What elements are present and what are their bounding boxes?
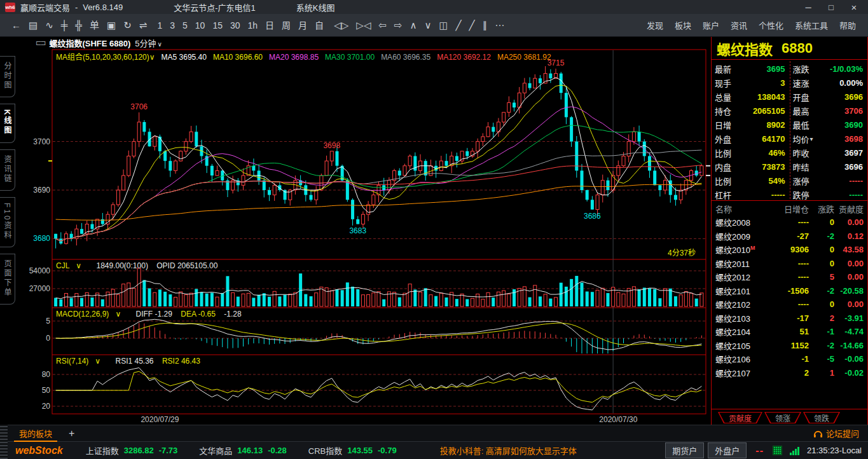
- menu-帮助[interactable]: 帮助: [834, 19, 862, 31]
- contract-row-螺纹2011[interactable]: 螺纹2011----00.00: [712, 257, 867, 271]
- zoom-in-icon[interactable]: ▷◁: [352, 15, 375, 36]
- panel-tab-领涨[interactable]: 领涨: [764, 412, 801, 423]
- timeshare-chart-icon[interactable]: ∿: [41, 15, 57, 36]
- index-文华商品[interactable]: 文华商品146.13-0.28: [199, 444, 286, 456]
- quote-list-icon[interactable]: ▤: [25, 15, 41, 36]
- index-CRB指数[interactable]: CRB指数143.55-0.79: [308, 444, 397, 456]
- svg-text:3683: 3683: [349, 226, 366, 235]
- quote-cell-速涨: 速涨0.00%: [790, 77, 868, 89]
- contract-row-螺纹2101[interactable]: 螺纹2101-1506-2-20.58: [712, 284, 867, 298]
- close-button[interactable]: ×: [845, 2, 863, 13]
- contract-row-螺纹2010[interactable]: 螺纹2010M9306043.58: [712, 243, 867, 257]
- contract-row-螺纹2009[interactable]: 螺纹2009-27-20.12: [712, 230, 867, 243]
- panel-layout-icon[interactable]: ◫: [435, 15, 451, 36]
- forum-link[interactable]: 论坛提问: [813, 427, 859, 439]
- account-button-外盘户[interactable]: 外盘户: [708, 442, 747, 458]
- period-selector[interactable]: 5分钟∨: [135, 37, 162, 49]
- contract-row-螺纹2104[interactable]: 螺纹210451-1-4.74: [712, 325, 867, 339]
- sidebar-tab-页面下单[interactable]: 页面下单: [0, 254, 15, 305]
- parallel-lines-icon[interactable]: ∥: [479, 15, 492, 36]
- more-tools-icon[interactable]: ⋯: [491, 15, 508, 36]
- segment-tool-icon[interactable]: ╱: [465, 15, 479, 36]
- svg-text:3706: 3706: [130, 102, 148, 111]
- contract-row-螺纹2106[interactable]: 螺纹2106-1-5-0.06: [712, 352, 867, 366]
- menu-资讯[interactable]: 资讯: [725, 19, 753, 31]
- sidebar-tab-K线图[interactable]: K线图: [0, 104, 15, 143]
- period-button-30[interactable]: 30: [226, 15, 244, 36]
- back-icon[interactable]: ←: [8, 15, 25, 36]
- menu-个性化[interactable]: 个性化: [753, 19, 789, 31]
- add-board-button[interactable]: +: [65, 428, 78, 439]
- quote-cell-现手: 现手3: [712, 77, 790, 89]
- scale-down-icon[interactable]: ∨: [420, 15, 435, 36]
- link-icon[interactable]: ⊏⊐: [36, 39, 45, 47]
- period-button-10[interactable]: 10: [191, 15, 209, 36]
- signal-strength-icon: [790, 446, 799, 455]
- education-tip[interactable]: 投教小科普: 高清屏如何放大显示字体: [440, 444, 577, 456]
- period-button-1h[interactable]: 1h: [244, 15, 262, 36]
- menu-发现[interactable]: 发现: [641, 19, 669, 31]
- index-上证指数[interactable]: 上证指数3286.82-7.73: [86, 444, 178, 456]
- restore-button[interactable]: □: [822, 3, 840, 12]
- zoom-out-icon[interactable]: ◁▷: [330, 15, 352, 36]
- contracts-table-header: 名称日增仓涨跌贡献度: [712, 202, 867, 216]
- multi-kline-icon[interactable]: ╬: [71, 15, 86, 36]
- trendline-tool-icon[interactable]: ╱: [452, 15, 465, 36]
- svg-text:54000: 54000: [29, 266, 51, 275]
- chart-restore-icon[interactable]: ⇌: [135, 15, 151, 36]
- svg-text:50: 50: [42, 386, 51, 395]
- menu-系统工具[interactable]: 系统工具: [789, 19, 834, 31]
- quote-cell-比例: 比例54%: [712, 175, 790, 187]
- save-icon[interactable]: ▣: [103, 15, 120, 36]
- chart-title-bar: ⊏⊐ 螺纹指数(SHFE 6880) 5分钟∨: [19, 37, 711, 49]
- period-button-15[interactable]: 15: [209, 15, 226, 36]
- contract-row-螺纹2012[interactable]: 螺纹2012----50.00: [712, 270, 867, 284]
- pan-left-icon[interactable]: ⇦: [375, 15, 390, 36]
- sidebar-tab-资讯链[interactable]: 资讯链: [0, 149, 15, 191]
- svg-text:3686: 3686: [584, 212, 601, 221]
- quote-row: 总量138043开盘3696: [712, 90, 867, 104]
- pan-right-icon[interactable]: ⇨: [390, 15, 406, 36]
- menu-板块[interactable]: 板块: [669, 19, 697, 31]
- period-button-1[interactable]: 1: [153, 15, 166, 36]
- quote-cell-杠杆: 杠杆-----: [712, 189, 790, 201]
- candlestick-chart[interactable]: 3700369036805400027000508050203706369836…: [19, 49, 711, 425]
- account-button-期货户[interactable]: 期货户: [665, 442, 704, 458]
- contract-row-螺纹2103[interactable]: 螺纹2103-172-3.91: [712, 312, 867, 325]
- period-button-月[interactable]: 月: [294, 15, 311, 36]
- contract-row-螺纹2107[interactable]: 螺纹210721-0.02: [712, 366, 867, 380]
- quote-row: 持仓2065105最高3706: [712, 104, 867, 118]
- contract-row-螺纹2102[interactable]: 螺纹2102----00.00: [712, 298, 867, 312]
- menu-账户[interactable]: 账户: [697, 19, 725, 31]
- period-button-自[interactable]: 自: [311, 15, 327, 36]
- svg-text:0: 0: [46, 334, 50, 343]
- period-button-周[interactable]: 周: [278, 15, 294, 36]
- sidebar-tab-F10资料[interactable]: F10资料: [0, 197, 15, 248]
- quote-cell-涨停: 涨停-----: [790, 175, 868, 187]
- period-button-5[interactable]: 5: [179, 15, 191, 36]
- order-ticket-icon[interactable]: 单: [86, 15, 103, 36]
- svg-text:3698: 3698: [323, 141, 340, 150]
- scale-up-icon[interactable]: ∧: [406, 15, 420, 36]
- quote-grid: 最新3695涨跌-1/0.03%现手3速涨0.00%总量138043开盘3696…: [712, 60, 867, 201]
- refresh-icon[interactable]: ↻: [120, 15, 135, 36]
- current-view-name: 系统K线图: [296, 1, 335, 13]
- sidebar-tab-分时图[interactable]: 分时图: [0, 56, 15, 97]
- period-button-3[interactable]: 3: [166, 15, 179, 36]
- period-button-日[interactable]: 日: [261, 15, 278, 36]
- contract-row-螺纹2105[interactable]: 螺纹21051152-2-14.66: [712, 339, 867, 353]
- panel-grip[interactable]: [0, 425, 8, 459]
- left-sidebar: 分时图K线图资讯链F10资料页面下单: [0, 37, 19, 425]
- svg-text:2020/07/30: 2020/07/30: [599, 415, 637, 424]
- minimize-button[interactable]: ─: [799, 3, 817, 12]
- quote-cell-均价: 均价▾3698: [790, 133, 868, 145]
- svg-text:3690: 3690: [33, 186, 50, 195]
- tab-my-board[interactable]: 我的板块: [14, 425, 57, 442]
- panel-tab-领跌[interactable]: 领跌: [803, 412, 840, 423]
- chart-column: ⊏⊐ 螺纹指数(SHFE 6880) 5分钟∨ 3700369036805400…: [19, 37, 711, 425]
- kline-chart-icon[interactable]: ╪: [57, 15, 72, 36]
- panel-tab-贡献度[interactable]: 贡献度: [718, 412, 762, 423]
- quote-panel: 螺纹指数6880 最新3695涨跌-1/0.03%现手3速涨0.00%总量138…: [711, 37, 868, 425]
- market-grid-icon[interactable]: [773, 446, 782, 455]
- contract-row-螺纹2008[interactable]: 螺纹2008----00.00: [712, 216, 867, 230]
